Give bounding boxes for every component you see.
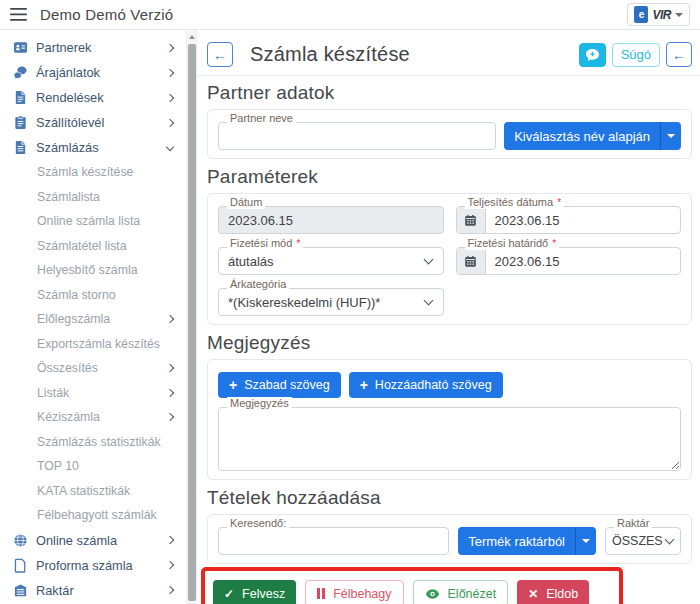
- price-category-label: Árkategória: [227, 278, 289, 291]
- plus-icon: +: [360, 377, 368, 393]
- sidebar-item-keziszamla[interactable]: Kéziszámla: [0, 405, 186, 430]
- proforma-icon: [13, 558, 28, 573]
- warehouse-label: Raktár: [614, 517, 652, 530]
- sidebar-item-szallitolevel[interactable]: Szállítólevél: [0, 110, 186, 135]
- section-title-note: Megjegyzés: [207, 332, 692, 354]
- select-by-name-dropdown-toggle[interactable]: [660, 122, 681, 150]
- id-card-icon: [13, 40, 28, 55]
- back-button-secondary[interactable]: ←: [666, 42, 692, 67]
- sidebar-item-listak[interactable]: Listák: [0, 381, 186, 406]
- free-text-button[interactable]: + Szabad szöveg: [218, 372, 341, 398]
- payment-due-date-input[interactable]: [486, 248, 681, 274]
- back-arrow-icon: ←: [672, 47, 686, 63]
- chevron-down-icon: [423, 255, 433, 265]
- chat-bubbles-icon: [13, 65, 28, 80]
- check-icon: ✓: [224, 588, 234, 600]
- scroll-up-arrow-icon[interactable]: [189, 35, 195, 39]
- note-card: + Szabad szöveg + Hozzáadható szöveg Meg…: [207, 359, 692, 480]
- date-label: Dátum: [227, 196, 265, 209]
- note-textarea-label: Megjegyzés: [227, 397, 292, 410]
- caret-down-icon: [582, 539, 590, 543]
- sidebar-scrollbar[interactable]: [186, 30, 197, 604]
- pause-icon: [317, 588, 325, 599]
- warehouse-select[interactable]: ÖSSZES: [605, 527, 681, 555]
- partner-name-input[interactable]: [219, 123, 495, 149]
- sidebar-item-felbehagyott-szamlak[interactable]: Félbehagyott számlák: [0, 503, 186, 528]
- clipboard-icon: [13, 115, 28, 130]
- chevron-right-icon: [167, 70, 173, 76]
- sidebar-item-szamlalista[interactable]: Számlalista: [0, 185, 186, 210]
- caret-down-icon: [667, 134, 675, 138]
- sidebar-item-top-10[interactable]: TOP 10: [0, 454, 186, 479]
- chat-plus-icon: [585, 48, 600, 62]
- sidebar-item-elolegszamla[interactable]: Előlegszámla: [0, 307, 186, 332]
- sidebar-item-rendelesek[interactable]: Rendelések: [0, 85, 186, 110]
- item-search-input[interactable]: [219, 528, 448, 554]
- chevron-right-icon: [167, 414, 173, 420]
- section-title-params: Paraméterek: [207, 166, 692, 188]
- params-card: Dátum Teljesítés dátuma * Fizetési mód *…: [207, 193, 692, 325]
- save-button[interactable]: ✓ Felvesz: [213, 580, 296, 604]
- chevron-down-icon: [423, 296, 433, 306]
- chevron-right-icon: [167, 95, 173, 101]
- hamburger-menu-icon[interactable]: [10, 8, 27, 21]
- sidebar-item-online-szamla-lista[interactable]: Online számla lista: [0, 209, 186, 234]
- chevron-down-icon: [167, 146, 173, 150]
- plus-icon: +: [229, 377, 237, 393]
- evir-logo-menu[interactable]: e VIR: [627, 3, 690, 26]
- price-category-select[interactable]: *(Kiskereskedelmi (HUF))*: [218, 288, 444, 316]
- help-button[interactable]: Súgó: [612, 43, 660, 67]
- date-input: [219, 207, 443, 233]
- sidebar-item-szamlazas-statisztikak[interactable]: Számlázás statisztikák: [0, 430, 186, 455]
- addable-text-button[interactable]: + Hozzáadható szöveg: [349, 372, 503, 398]
- sidebar-item-osszesites[interactable]: Összesítés: [0, 356, 186, 381]
- discard-button[interactable]: ✕ Eldob: [517, 580, 589, 604]
- note-textarea[interactable]: [219, 408, 680, 470]
- sidebar-item-partnerek[interactable]: Partnerek: [0, 35, 186, 60]
- annotation-highlight: ✓ Felvesz Félbehagy Előnézet ✕ Eldob: [201, 567, 623, 604]
- page-title: Számla készítése: [250, 43, 579, 66]
- sidebar-item-raktar[interactable]: Raktár: [0, 578, 186, 603]
- payment-method-select[interactable]: átutalás: [218, 247, 444, 275]
- chevron-right-icon: [167, 45, 173, 51]
- partner-card: Partner neve Kiválasztás név alapján: [207, 109, 692, 159]
- chevron-down-icon: [675, 13, 683, 17]
- topbar: Demo Demó Verzió e VIR: [0, 0, 700, 30]
- items-card: Keresendő: Termék raktárból Raktár ÖSSZE…: [207, 514, 692, 564]
- sidebar-item-exportszamla-keszites[interactable]: Exportszámla készítés: [0, 332, 186, 357]
- x-icon: ✕: [528, 588, 538, 600]
- product-dropdown-toggle[interactable]: [575, 527, 596, 555]
- fulfillment-date-input[interactable]: [486, 207, 681, 233]
- page-header: ← Számla készítése Súgó ←: [207, 42, 692, 67]
- suspend-button[interactable]: Félbehagy: [305, 580, 403, 604]
- select-by-name-button[interactable]: Kiválasztás név alapján: [504, 122, 660, 150]
- sidebar-item-szamlazas[interactable]: Számlázás: [0, 135, 186, 160]
- header-divider: [197, 75, 700, 76]
- eye-icon: [425, 588, 440, 600]
- chevron-right-icon: [167, 365, 173, 371]
- warehouse-icon: [13, 583, 28, 598]
- globe-icon: [13, 533, 28, 548]
- feedback-chat-button[interactable]: [579, 43, 606, 67]
- scrollbar-thumb[interactable]: [188, 44, 196, 601]
- sidebar-item-szamlatetel-lista[interactable]: Számlatétel lista: [0, 234, 186, 259]
- sidebar-item-helyesbito-szamla[interactable]: Helyesbítő számla: [0, 258, 186, 283]
- sidebar-item-kata-statisztikak[interactable]: KATA statisztikák: [0, 479, 186, 504]
- chevron-right-icon: [167, 316, 173, 322]
- invoice-icon: [13, 140, 28, 155]
- sidebar-item-szamla-keszitese[interactable]: Számla készítése: [0, 160, 186, 185]
- preview-button[interactable]: Előnézet: [413, 580, 509, 604]
- fulfillment-date-label: Teljesítés dátuma *: [465, 196, 565, 209]
- sidebar-item-arajanlatok[interactable]: Árajánlatok: [0, 60, 186, 85]
- product-from-warehouse-button[interactable]: Termék raktárból: [458, 527, 575, 555]
- section-title-items: Tételek hozzáadása: [207, 487, 692, 509]
- search-label: Keresendő:: [227, 517, 289, 530]
- sidebar-item-szamla-storno[interactable]: Számla storno: [0, 283, 186, 308]
- sidebar-item-online-szamla[interactable]: Online számla: [0, 528, 186, 553]
- partner-name-label: Partner neve: [227, 112, 296, 125]
- main-content: ← Számla készítése Súgó ← Partner adatok…: [197, 30, 700, 604]
- chevron-down-icon: [665, 535, 675, 545]
- sidebar-item-proforma-szamla[interactable]: Proforma számla: [0, 553, 186, 578]
- back-button[interactable]: ←: [207, 42, 233, 67]
- evir-logo-icon: e: [634, 6, 648, 23]
